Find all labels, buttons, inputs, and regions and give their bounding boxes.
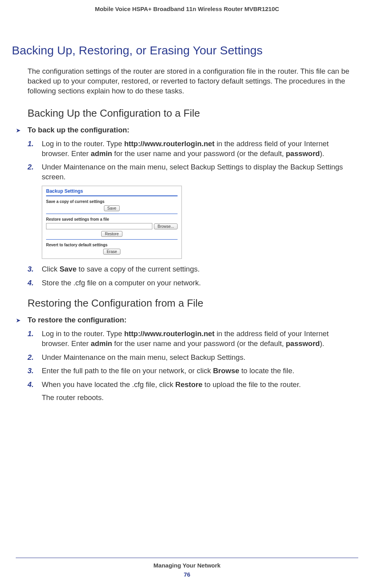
subsection-backup: Backing Up the Configuration to a File: [28, 107, 358, 119]
step-text: Under Maintenance on the main menu, sele…: [42, 163, 343, 181]
step-text: When you have located the .cfg file, cli…: [42, 380, 175, 389]
footer-chapter: Managing Your Network: [0, 562, 374, 569]
list-item: 2. Under Maintenance on the main menu, s…: [42, 162, 358, 182]
step-number: 4.: [28, 278, 33, 288]
footer-page-number: 76: [0, 571, 374, 578]
shot-title: Backup Settings: [46, 188, 178, 194]
chevron-right-icon: ➤: [16, 316, 28, 324]
step-text-bold: password: [286, 339, 320, 348]
step-text: Under Maintenance on the main menu, sele…: [42, 353, 245, 361]
intro-paragraph: The configuration settings of the router…: [28, 67, 358, 96]
list-item: 4. When you have located the .cfg file, …: [42, 380, 358, 390]
list-item: 1. Log in to the router. Type http://www…: [42, 139, 358, 158]
step-text-bold: http://www.routerlogin.net: [124, 140, 215, 148]
step-text: Enter the full path to the file on your …: [42, 367, 213, 375]
step-text: to save a copy of the current settings.: [76, 265, 200, 273]
step-text: Log in to the router. Type: [42, 329, 124, 338]
step-text: for the user name and your password (or …: [112, 149, 286, 158]
step-number: 3.: [28, 366, 33, 376]
file-path-input[interactable]: [46, 223, 152, 229]
running-header: Mobile Voice HSPA+ Broadband 11n Wireles…: [16, 0, 358, 12]
embedded-screenshot: Backup Settings Save a copy of current s…: [42, 186, 358, 259]
step-text-bold: Save: [59, 265, 76, 273]
step-text-bold: admin: [91, 339, 112, 348]
shot-restore-label: Restore saved settings from a file: [46, 217, 178, 221]
footer-divider: [16, 558, 358, 558]
step-text: Click: [42, 265, 59, 273]
step-text: ).: [320, 339, 324, 348]
backup-step-list: 1. Log in to the router. Type http://www…: [28, 139, 358, 182]
browse-button[interactable]: Browse...: [154, 223, 178, 229]
save-button[interactable]: Save: [104, 205, 120, 211]
shot-save-label: Save a copy of current settings: [46, 199, 178, 204]
step-number: 1.: [28, 329, 33, 339]
step-number: 2.: [28, 162, 33, 172]
list-item: 1. Log in to the router. Type http://www…: [42, 329, 358, 348]
step-text-bold: Browse: [213, 367, 239, 375]
backup-step-list-cont: 3. Click Save to save a copy of the curr…: [28, 264, 358, 288]
list-item: 4. Store the .cfg file on a computer on …: [42, 278, 358, 288]
restore-button[interactable]: Restore: [101, 231, 122, 237]
step-text-bold: Restore: [175, 380, 202, 389]
list-item: 3. Click Save to save a copy of the curr…: [42, 264, 358, 274]
step-text: Store the .cfg file on a computer on you…: [42, 279, 201, 287]
divider: [46, 195, 178, 196]
list-item: 2. Under Maintenance on the main menu, s…: [42, 353, 358, 363]
restore-step-list: 1. Log in to the router. Type http://www…: [28, 329, 358, 389]
restore-after-note: The router reboots.: [42, 393, 358, 402]
shot-revert-label: Revert to factory default settings: [46, 243, 178, 247]
step-number: 4.: [28, 380, 33, 390]
step-text: to upload the file to the router.: [202, 380, 301, 389]
page-title: Backing Up, Restoring, or Erasing Your S…: [12, 44, 358, 57]
list-item: 3. Enter the full path to the file on yo…: [42, 366, 358, 376]
step-text: Log in to the router. Type: [42, 140, 124, 148]
task-backup-label: To back up the configuration:: [28, 126, 130, 134]
step-number: 2.: [28, 353, 33, 363]
chevron-right-icon: ➤: [16, 126, 28, 134]
step-text-bold: admin: [91, 149, 112, 158]
divider: [46, 239, 178, 240]
task-restore-label: To restore the configuration:: [28, 316, 126, 324]
step-number: 1.: [28, 139, 33, 149]
subsection-restore: Restoring the Configuration from a File: [28, 297, 358, 309]
step-text: to locate the file.: [239, 367, 294, 375]
step-text-bold: http://www.routerlogin.net: [124, 329, 215, 338]
divider: [46, 214, 178, 214]
step-text-bold: password: [286, 149, 320, 158]
erase-button[interactable]: Erase: [103, 249, 120, 255]
step-text: ).: [320, 149, 324, 158]
step-number: 3.: [28, 264, 33, 274]
step-text: for the user name and your password (or …: [112, 339, 286, 348]
